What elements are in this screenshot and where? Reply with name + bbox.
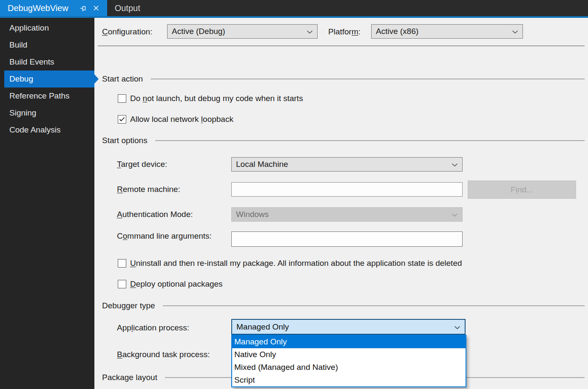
authentication-mode-dropdown[interactable]: Windows [231,207,463,222]
properties-sidebar: Application Build Build Events Debug Ref… [0,18,94,389]
config-separator [98,45,585,46]
dropdown-option[interactable]: Managed Only [232,335,466,348]
sidebar-item-reference-paths[interactable]: Reference Paths [0,87,94,104]
label-post: emote machine: [123,185,180,194]
section-title: Start options [102,136,148,145]
application-process-dropdown[interactable]: Managed Only [231,319,466,335]
checkmark-icon [119,117,125,122]
tab-title: Output [115,3,140,13]
deploy-optional-checkbox[interactable] [118,280,126,288]
label-pre: Do [130,94,143,103]
chevron-down-icon [512,27,518,36]
section-rule [151,79,585,79]
label-post: ication process: [133,323,189,332]
dropdown-value: Active (Debug) [172,27,225,36]
label-post: : [358,27,361,36]
label-pre: Allow local network [130,115,201,124]
remote-machine-label: Remote machine: [117,185,180,194]
label-accel: B [117,350,122,359]
button-label: Find... [511,185,533,194]
do-not-launch-checkbox[interactable] [118,94,126,103]
section-rule [163,305,585,306]
project-properties-window: DebugWebView Output Application Build Bu… [0,0,588,389]
tab-accent-strip [0,16,588,18]
label-pre: App [117,323,131,332]
label-accel: R [117,185,123,194]
label-post: onfiguration: [108,27,153,36]
application-process-label: Application process: [117,323,189,333]
platform-dropdown[interactable]: Active (x86) [371,24,523,39]
platform-label: Platform: [328,27,361,37]
background-task-process-label: Background task process: [117,350,210,359]
chevron-down-icon [452,210,458,219]
uninstall-reinstall-row: Uninstall and then re-install my package… [118,259,462,268]
tab-title: DebugWebView [8,3,68,13]
section-rule [155,140,585,141]
chevron-down-icon [307,27,313,36]
deploy-optional-row: Deploy optional packages [118,279,223,289]
sidebar-item-build[interactable]: Build [0,37,94,54]
dropdown-value: Managed Only [236,322,289,332]
sidebar-item-signing[interactable]: Signing [0,104,94,121]
chevron-down-icon [452,160,458,169]
label-accel: D [130,279,136,288]
dropdown-value: Local Machine [236,160,288,169]
document-tab-bar: DebugWebView Output [0,0,588,16]
close-icon[interactable] [91,3,101,13]
dropdown-value: Active (x86) [376,27,418,36]
label-post: ninstall and then re-install my package.… [136,259,462,268]
section-title: Debugger type [102,301,155,310]
dropdown-option[interactable]: Mixed (Managed and Native) [232,361,466,374]
authentication-mode-label: Authentication Mode: [117,210,193,219]
dropdown-option[interactable]: Native Only [232,348,466,361]
sidebar-item-debug[interactable]: Debug [4,70,94,87]
chevron-down-icon [454,322,460,332]
label-pre: Platfor [328,27,352,36]
remote-machine-input[interactable] [231,182,463,197]
label-accel: U [130,259,136,268]
configuration-dropdown[interactable]: Active (Debug) [167,24,318,39]
label-accel: o [123,231,128,240]
label-post: eploy optional packages [136,279,223,288]
configuration-label: Configuration: [102,27,152,37]
tab-output[interactable]: Output [107,0,148,16]
section-title: Package layout [102,373,157,382]
label-pre: F [511,185,516,194]
label-accel: T [117,160,121,169]
section-start-action: Start action [102,73,585,85]
allow-loopback-checkbox[interactable] [118,115,126,124]
dropdown-option[interactable]: Script [232,374,466,386]
debug-settings-panel: Configuration: Active (Debug) Platform: … [94,18,588,389]
section-title: Start action [102,74,143,84]
sidebar-item-application[interactable]: Application [0,20,94,37]
label-accel: n [143,94,148,103]
allow-loopback-row: Allow local network loopback [118,115,233,124]
label-accel: m [352,27,358,36]
pin-icon[interactable] [79,3,88,13]
label-accel: C [102,27,108,36]
label-post: nd... [517,185,533,194]
label-post: ackground task process: [122,350,210,359]
command-line-arguments-label: Command line arguments: [117,229,217,242]
tab-debugwebview[interactable]: DebugWebView [0,0,107,16]
checkbox-label: Do not launch, but debug my code when it… [130,94,303,103]
target-device-label: Target device: [117,160,167,169]
label-accel: A [117,210,122,219]
sidebar-item-build-events[interactable]: Build Events [0,54,94,70]
label-post: oopback [203,115,233,124]
label-pre: C [117,231,123,240]
label-post: arget device: [121,160,168,169]
find-button[interactable]: Find... [468,180,576,199]
label-post: uthentication Mode: [122,210,193,219]
uninstall-reinstall-checkbox[interactable] [118,259,126,268]
sidebar-item-code-analysis[interactable]: Code Analysis [0,121,94,138]
label-post: ot launch, but debug my code when it sta… [147,94,303,103]
do-not-launch-row: Do not launch, but debug my code when it… [118,94,303,103]
section-start-options: Start options [102,135,585,146]
command-line-arguments-input[interactable] [231,231,463,247]
target-device-dropdown[interactable]: Local Machine [231,157,463,172]
section-debugger-type: Debugger type [102,300,585,311]
dropdown-value: Windows [236,210,269,219]
checkbox-label: Deploy optional packages [130,279,223,289]
label-post: mmand line arguments: [127,231,212,240]
